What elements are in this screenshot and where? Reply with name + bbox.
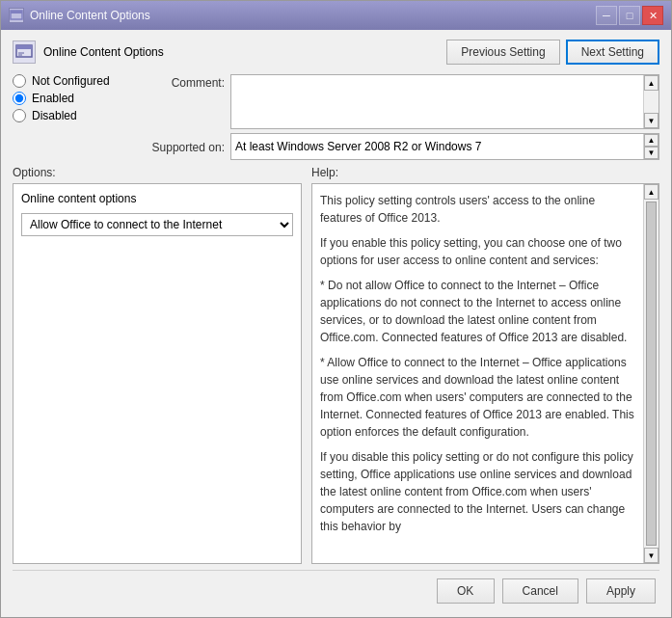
section-headers: Options: Help: — [13, 166, 659, 179]
apply-button[interactable]: Apply — [586, 578, 656, 604]
enabled-label: Enabled — [32, 92, 74, 105]
cancel-button[interactable]: Cancel — [502, 578, 578, 604]
enabled-radio[interactable] — [13, 92, 26, 105]
config-section: Not Configured Enabled Disabled Comment: — [13, 74, 659, 160]
settings-icon — [13, 40, 36, 64]
options-box-title: Online content options — [21, 192, 293, 205]
help-para-2: If you enable this policy setting, you c… — [320, 234, 635, 269]
close-button[interactable]: ✕ — [642, 6, 663, 25]
top-bar: Online Content Options Previous Setting … — [13, 40, 659, 65]
help-box: This policy setting controls users' acce… — [311, 183, 659, 564]
title-bar-left: Online Content Options — [9, 8, 150, 23]
title-controls: ─ □ ✕ — [596, 6, 663, 25]
help-scroll-thumb[interactable] — [646, 202, 657, 546]
comment-textarea[interactable] — [231, 75, 643, 128]
right-fields: Comment: ▲ ▼ Supported on: At least — [148, 74, 659, 160]
middle-section: Online content options Allow Office to c… — [13, 183, 659, 564]
comment-scrollbar: ▲ ▼ — [643, 75, 659, 128]
comment-scroll-up[interactable]: ▲ — [644, 75, 659, 91]
help-scrollbar: ▲ ▼ — [643, 184, 659, 563]
help-para-5: If you disable this policy setting or do… — [320, 448, 635, 535]
window-title-icon — [9, 8, 24, 23]
radio-group: Not Configured Enabled Disabled — [13, 74, 138, 160]
comment-scroll-track — [644, 91, 659, 113]
main-window: Online Content Options ─ □ ✕ Online Cont — [0, 0, 672, 618]
help-header-area: Help: — [311, 166, 659, 179]
title-bar: Online Content Options ─ □ ✕ — [1, 1, 671, 30]
svg-rect-3 — [16, 45, 32, 49]
window-title: Online Content Options — [30, 9, 150, 22]
supported-scrollbar: ▲ ▼ — [643, 134, 659, 159]
previous-setting-button[interactable]: Previous Setting — [446, 40, 559, 65]
supported-scroll-down[interactable]: ▼ — [644, 147, 659, 159]
options-panel: Online content options Allow Office to c… — [13, 183, 302, 564]
not-configured-radio[interactable] — [13, 74, 26, 88]
online-content-select[interactable]: Allow Office to connect to the Internet … — [21, 213, 293, 236]
minimize-button[interactable]: ─ — [596, 6, 617, 25]
help-para-3: * Do not allow Office to connect to the … — [320, 277, 635, 346]
content-area: Online Content Options Previous Setting … — [1, 30, 671, 617]
help-para-4: * Allow Office to connect to the Interne… — [320, 354, 635, 441]
help-scroll-down[interactable]: ▼ — [644, 548, 659, 563]
help-header: Help: — [311, 166, 338, 179]
supported-value: At least Windows Server 2008 R2 or Windo… — [231, 140, 643, 153]
ok-button[interactable]: OK — [437, 578, 495, 604]
comment-label: Comment: — [148, 74, 225, 90]
options-box: Online content options Allow Office to c… — [13, 183, 302, 564]
help-para-1: This policy setting controls users' acce… — [320, 192, 635, 227]
help-content: This policy setting controls users' acce… — [312, 184, 643, 563]
supported-row: Supported on: At least Windows Server 20… — [148, 133, 659, 160]
window-title-area: Online Content Options — [13, 40, 164, 64]
svg-rect-1 — [11, 11, 22, 13]
comment-input-wrapper: ▲ ▼ — [230, 74, 659, 129]
disabled-radio[interactable] — [13, 109, 26, 122]
dialog-window-label: Online Content Options — [43, 45, 164, 59]
not-configured-option[interactable]: Not Configured — [13, 74, 138, 88]
enabled-option[interactable]: Enabled — [13, 92, 138, 105]
options-header: Options: — [13, 166, 56, 179]
options-header-area: Options: — [13, 166, 302, 179]
help-panel: This policy setting controls users' acce… — [311, 183, 659, 564]
nav-buttons: Previous Setting Next Setting — [446, 40, 659, 65]
help-scroll-up[interactable]: ▲ — [644, 184, 659, 200]
not-configured-label: Not Configured — [32, 74, 110, 88]
supported-wrapper: At least Windows Server 2008 R2 or Windo… — [230, 133, 659, 160]
restore-button[interactable]: □ — [619, 6, 640, 25]
bottom-bar: OK Cancel Apply — [13, 570, 659, 607]
supported-scroll-up[interactable]: ▲ — [644, 134, 659, 147]
comment-row: Comment: ▲ ▼ — [148, 74, 659, 129]
comment-scroll-down[interactable]: ▼ — [644, 113, 659, 128]
next-setting-button[interactable]: Next Setting — [566, 40, 659, 65]
disabled-label: Disabled — [32, 109, 77, 122]
disabled-option[interactable]: Disabled — [13, 109, 138, 122]
supported-label: Supported on: — [148, 139, 225, 154]
